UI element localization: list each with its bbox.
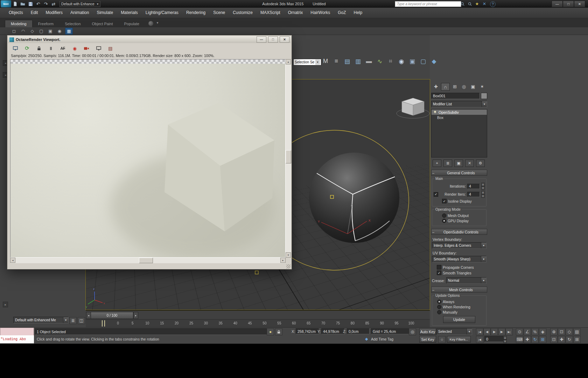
configure-modifier-sets-button[interactable]: ⚙ — [476, 160, 485, 167]
rollout-general-controls[interactable]: – General Controls — [431, 170, 487, 176]
octane-render-window[interactable]: OctaneRender Viewport. — □ ✕ ⟳ ‖ AF ◉ ▤ … — [7, 35, 292, 270]
time-slider-prev-icon[interactable]: ◂ — [86, 312, 91, 319]
key-filters-button[interactable]: Key Filters... — [447, 336, 471, 343]
advanced-search-icon[interactable] — [467, 1, 473, 7]
menu-modifiers[interactable]: Modifiers — [42, 8, 66, 18]
object-name-field[interactable]: Box001 — [431, 93, 480, 99]
render-iters-field[interactable]: 4 — [467, 192, 480, 197]
menu-materials[interactable]: Materials — [117, 8, 142, 18]
orbit-subobject-icon[interactable]: ↻ — [566, 336, 573, 343]
remove-modifier-button[interactable]: ✕ — [465, 160, 474, 167]
snap-toggle-icon[interactable]: ⊙ — [516, 328, 523, 335]
display-tab[interactable]: ▣ — [469, 83, 477, 90]
edge-loop-icon[interactable]: ◠ — [20, 28, 27, 34]
gizmo-handle-marker[interactable] — [255, 271, 258, 274]
spin-up-icon[interactable]: ▲ — [503, 336, 507, 340]
update-when-rendering-radio[interactable] — [437, 305, 441, 309]
render-iters-checkbox[interactable]: ✓ — [434, 192, 438, 197]
help-icon[interactable]: ? — [490, 1, 496, 7]
redo-icon[interactable]: ↷ — [42, 1, 50, 7]
schematic-view-icon[interactable]: ⌗ — [386, 57, 395, 65]
octane-titlebar[interactable]: OctaneRender Viewport. — □ ✕ — [8, 36, 291, 43]
minimize-button[interactable]: — — [552, 1, 563, 7]
menu-customize[interactable]: Customize — [229, 8, 257, 18]
vertex-mode-icon[interactable]: ▣ — [47, 28, 54, 34]
render-setup-icon[interactable]: ▣ — [408, 57, 416, 65]
spin-up-icon[interactable]: ▲ — [481, 191, 485, 194]
timeline-ruler[interactable]: 0510152025303540455055606570758085909510… — [86, 319, 430, 328]
vertex-boundary-dropdown[interactable]: Interp. Edges & Corners ▼ — [432, 242, 486, 249]
layout-grid-icon[interactable]: ◫ — [78, 317, 85, 324]
refresh-render-icon[interactable]: ⟳ — [23, 45, 31, 52]
material-editor-icon[interactable]: ◉ — [397, 57, 406, 65]
ribbon-tab-object-paint[interactable]: Object Paint — [86, 20, 119, 27]
caret-down-icon[interactable]: ▼ — [156, 21, 159, 24]
crease-dropdown[interactable]: Normal ▼ — [446, 277, 486, 284]
menu-objects[interactable]: Objects — [5, 8, 27, 18]
offset-mode-icon[interactable]: ◎ — [409, 328, 416, 335]
layer-manager-icon[interactable]: ▤ — [343, 57, 351, 65]
menu-hairworks[interactable]: HairWorks — [307, 8, 334, 18]
auto-key-button[interactable]: Auto Key — [419, 328, 436, 335]
ribbon-tab-freeform[interactable]: Freeform — [33, 20, 59, 27]
scroll-left-icon[interactable]: ◂ — [10, 258, 15, 263]
keyboard-override-icon[interactable]: ⌨ — [516, 336, 523, 343]
quick-align-icon[interactable]: ≡ — [332, 57, 341, 65]
viewport-layout-dropdown[interactable]: Default with Enhanced Me ▼ — [13, 317, 69, 323]
ribbon-tab-populate[interactable]: Populate — [118, 20, 145, 27]
close-button[interactable]: ✕ — [574, 1, 585, 7]
update-always-radio[interactable] — [437, 300, 441, 304]
pan-view-icon[interactable]: ✚ — [558, 336, 565, 343]
object-color-swatch[interactable] — [481, 93, 487, 99]
maximize-toggle-icon[interactable]: ⊞ — [573, 336, 581, 343]
z-coordinate-field[interactable]: 0,0cm — [347, 328, 370, 334]
menu-rendering[interactable]: Rendering — [182, 8, 209, 18]
octane-minimize-button[interactable]: — — [257, 36, 266, 43]
maximize-button[interactable]: □ — [563, 1, 574, 7]
zoom-icon[interactable]: ⊕ — [550, 328, 558, 335]
spin-down-icon[interactable]: ▼ — [503, 340, 507, 343]
spin-down-icon[interactable]: ▼ — [481, 194, 485, 198]
zoom-extents-icon[interactable]: ⊡ — [558, 328, 565, 335]
maxscript-listener-line[interactable]: "Loading Abo — [0, 335, 34, 343]
play-animation-icon[interactable]: ▶ — [491, 328, 498, 335]
element-icon[interactable]: ▢ — [38, 28, 45, 34]
motion-tab[interactable]: ◎ — [460, 83, 468, 90]
subobject-toggle-icon[interactable]: ▦ — [65, 28, 73, 35]
set-key-button[interactable]: Set Key — [419, 336, 436, 343]
menu-lighting-cameras[interactable]: Lighting/Cameras — [142, 8, 182, 18]
ribbon-tool-circle-icon[interactable] — [148, 21, 153, 26]
scroll-down-icon[interactable]: ▾ — [286, 252, 291, 258]
octane-horizontal-scrollbar[interactable]: ◂ ▸ — [10, 258, 286, 263]
render-passes-icon[interactable]: ▤ — [107, 45, 114, 52]
menu-scene[interactable]: Scene — [209, 8, 229, 18]
rollout-opensubdiv-controls[interactable]: – OpenSubdiv Controls — [431, 229, 487, 235]
menu-animation[interactable]: Animation — [66, 8, 93, 18]
make-unique-button[interactable]: ▣ — [454, 160, 463, 167]
selection-set-key-dropdown[interactable]: Selected ▼ — [436, 328, 472, 335]
next-frame-icon[interactable]: ▶ — [498, 328, 505, 335]
utilities-tab[interactable]: ✶ — [478, 83, 486, 90]
pause-render-icon[interactable]: ‖ — [47, 45, 55, 52]
menu-ornatrix[interactable]: Ornatrix — [284, 8, 307, 18]
go-to-end-icon[interactable]: ▶| — [505, 328, 513, 335]
show-end-result-button[interactable]: ≣ — [443, 160, 452, 167]
octane-vertical-scrollbar[interactable]: ▴ ▾ — [286, 59, 291, 258]
menu-simulate[interactable]: Simulate — [93, 8, 117, 18]
spin-down-icon[interactable]: ▼ — [481, 186, 485, 190]
open-file-icon[interactable] — [19, 1, 27, 7]
modifier-list-dropdown[interactable]: Modifier List ▼ — [431, 101, 487, 107]
orbit-icon[interactable]: ↻ — [531, 336, 539, 343]
right-flyout-icon[interactable]: ▸ — [3, 302, 8, 307]
render-production-icon[interactable]: ◆ — [430, 57, 438, 65]
create-tab[interactable]: ✚ — [432, 83, 440, 90]
uv-boundary-dropdown[interactable]: Smooth (Always Sharp) ▼ — [432, 256, 486, 262]
iterations-spinner[interactable]: ▲ ▼ — [481, 183, 485, 190]
spinner-snap-icon[interactable]: ◈ — [539, 328, 546, 335]
autofocus-icon[interactable]: AF — [59, 45, 66, 52]
favorites-star-icon[interactable]: ★ — [474, 1, 480, 7]
key-mode-icon[interactable]: ○ — [438, 336, 446, 343]
time-slider-track[interactable]: ◂ 0 / 100 ▸ — [86, 310, 430, 320]
max-logo-icon[interactable]: MAX — [1, 0, 11, 7]
save-file-icon[interactable] — [27, 1, 34, 7]
